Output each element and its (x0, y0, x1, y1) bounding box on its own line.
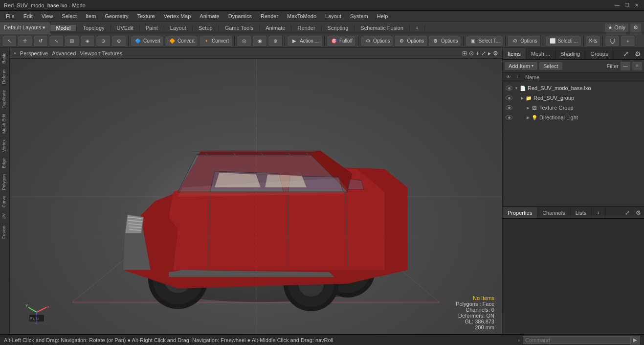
menu-item-edit[interactable]: Edit (20, 12, 37, 20)
viewport-fullscreen-icon[interactable]: ⤢ (481, 50, 486, 57)
eye-root[interactable] (505, 84, 513, 92)
rotate-tool[interactable]: ↺ (33, 36, 48, 46)
menu-item-view[interactable]: View (38, 12, 57, 20)
edit2-tool[interactable]: ⊙ (96, 36, 111, 46)
options1-button[interactable]: ⚙ Options (360, 36, 393, 46)
move-tool[interactable]: ✛ (18, 36, 32, 46)
tab-schematic[interactable]: Schematic Fusion (355, 25, 409, 31)
tree-item-texture[interactable]: ▶ 🖼 Texture Group (503, 103, 644, 113)
convert1-button[interactable]: 🔷 Convert (131, 36, 164, 46)
menu-item-maxtomodo[interactable]: MaxToModo (283, 12, 320, 20)
maximize-button[interactable]: ❐ (623, 2, 630, 9)
tab-animate[interactable]: Animate (260, 25, 291, 31)
menu-item-layout[interactable]: Layout (321, 12, 345, 20)
tab-scripting[interactable]: Scripting (322, 25, 355, 31)
tab-model[interactable]: Model (50, 25, 77, 31)
tab-layout[interactable]: Layout (164, 25, 193, 31)
options3-button[interactable]: ⚙ Options (428, 36, 461, 46)
convert3-button[interactable]: 🔸 Convert (199, 36, 232, 46)
cursor-tool[interactable]: ↖ (2, 36, 17, 46)
viewport-fit-icon[interactable]: ⊙ (469, 50, 474, 57)
select-type-button[interactable]: ▣ Select T... (466, 36, 503, 46)
prop-tab-add[interactable]: + (592, 207, 605, 218)
arrow-root[interactable]: ▼ (513, 85, 519, 91)
viewport-perspective[interactable]: Perspective (20, 50, 48, 56)
action-button[interactable]: ▶ Action ... (287, 36, 322, 46)
tab-gametools[interactable]: Game Tools (219, 25, 260, 31)
rp-tab-mesh[interactable]: Mesh ... (526, 48, 555, 59)
tab-setup[interactable]: Setup (193, 25, 219, 31)
default-layouts-dropdown[interactable]: Default Layouts ▾ (0, 22, 50, 34)
prop-fullscreen-button[interactable]: ⤢ (622, 209, 633, 216)
tab-paint[interactable]: Paint (140, 25, 164, 31)
menu-item-select[interactable]: Select (58, 12, 81, 20)
menu-item-animate[interactable]: Animate (196, 12, 223, 20)
command-input[interactable] (523, 336, 630, 344)
arrow-texture[interactable]: ▶ (525, 105, 531, 111)
close-button[interactable]: ✕ (633, 2, 640, 9)
prop-tab-properties[interactable]: Properties (503, 207, 537, 218)
options4-button[interactable]: ⚙ Options (508, 36, 540, 46)
scale-tool[interactable]: ⤡ (49, 36, 64, 46)
col-plus-icon[interactable]: + (513, 73, 521, 81)
viewport-canvas[interactable]: No Items Polygons : Face Channels: 0 Def… (10, 59, 502, 334)
prop-tab-lists[interactable]: Lists (571, 207, 592, 218)
options2-button[interactable]: ⚙ Options (394, 36, 427, 46)
menu-item-system[interactable]: System (346, 12, 372, 20)
tab-topology[interactable]: Topology (77, 25, 111, 31)
snap2-tool[interactable]: ◉ (252, 36, 267, 46)
viewport-textures[interactable]: Viewport Textures (80, 50, 122, 56)
command-run-button[interactable]: ▶ (630, 336, 640, 345)
select-button[interactable]: Select (539, 62, 562, 70)
menu-item-file[interactable]: File (2, 12, 19, 20)
rp-tab-groups[interactable]: Groups (585, 48, 613, 59)
menu-item-help[interactable]: Help (373, 12, 392, 20)
viewport[interactable]: ● Perspective Advanced Viewport Textures… (10, 48, 502, 334)
scene-tree[interactable]: ▼ 📄 Red_SUV_modo_base.lxo ▶ 📁 Red_SUV_gr… (503, 82, 644, 207)
snap-tool[interactable]: ◎ (237, 36, 251, 46)
minimize-button[interactable]: — (614, 2, 621, 9)
tab-add[interactable]: + (410, 25, 425, 31)
viewport-settings-icon[interactable]: ⚙ (493, 50, 498, 57)
rp-tab-items[interactable]: Items (503, 48, 526, 59)
menu-item-render[interactable]: Render (257, 12, 282, 20)
kits-button[interactable]: Kits (586, 36, 601, 46)
snap3-tool[interactable]: ⊛ (268, 36, 283, 46)
convert2-button[interactable]: 🔶 Convert (165, 36, 198, 46)
sidebar-tab-curve[interactable]: Curve (0, 193, 9, 210)
menu-item-geometry[interactable]: Geometry (101, 12, 132, 20)
viewport-advanced[interactable]: Advanced (52, 50, 76, 56)
sidebar-tab-uv[interactable]: UV (0, 210, 9, 223)
tab-render[interactable]: Render (291, 25, 321, 31)
viewport-zoom-in-icon[interactable]: + (476, 50, 479, 57)
tree-item-light[interactable]: ▶ 💡 Directional Light (503, 113, 644, 122)
menu-item-dynamics[interactable]: Dynamics (224, 12, 256, 20)
tab-uvedit[interactable]: UVEdit (111, 25, 140, 31)
prop-settings-button[interactable]: ⚙ (633, 209, 644, 216)
sidebar-tab-meshedit[interactable]: Mesh Edit (0, 111, 9, 137)
falloff-button[interactable]: 🎯 Falloff (327, 36, 356, 46)
sidebar-tab-deform[interactable]: Deform (0, 67, 9, 87)
sidebar-tab-polygon[interactable]: Polygon (0, 171, 9, 193)
selecti-button[interactable]: ⬜ Selecti ... (545, 36, 581, 46)
viewport-more-icon[interactable]: ▸ (488, 50, 491, 57)
menu-item-vertex map[interactable]: Vertex Map (160, 12, 195, 20)
eye-light[interactable] (505, 113, 513, 122)
unreal2-button[interactable]: ▸ (621, 36, 635, 46)
tree-item-group[interactable]: ▶ 📁 Red_SUV_group (503, 93, 644, 103)
sidebar-tab-vertex[interactable]: Vertex (0, 137, 9, 155)
rp-tab-shading[interactable]: Shading (555, 48, 585, 59)
settings-button[interactable]: ⚙ (630, 23, 641, 32)
sidebar-tab-edge[interactable]: Edge (0, 155, 9, 171)
tree-item-root[interactable]: ▼ 📄 Red_SUV_modo_base.lxo (503, 83, 644, 93)
sidebar-tab-fusion[interactable]: Fusion (0, 223, 9, 242)
menu-item-item[interactable]: Item (82, 12, 100, 20)
add-item-button[interactable]: Add Item ▾ (505, 62, 537, 70)
menu-item-texture[interactable]: Texture (133, 12, 159, 20)
rp-settings-button[interactable]: ⚙ (632, 48, 644, 59)
filter-options-button[interactable]: ≡ (632, 62, 642, 70)
sidebar-tab-duplicate[interactable]: Duplicate (0, 87, 9, 112)
edit1-tool[interactable]: ◈ (80, 36, 95, 46)
rp-fullscreen-button[interactable]: ⤢ (620, 48, 632, 59)
edit3-tool[interactable]: ⊕ (111, 36, 126, 46)
